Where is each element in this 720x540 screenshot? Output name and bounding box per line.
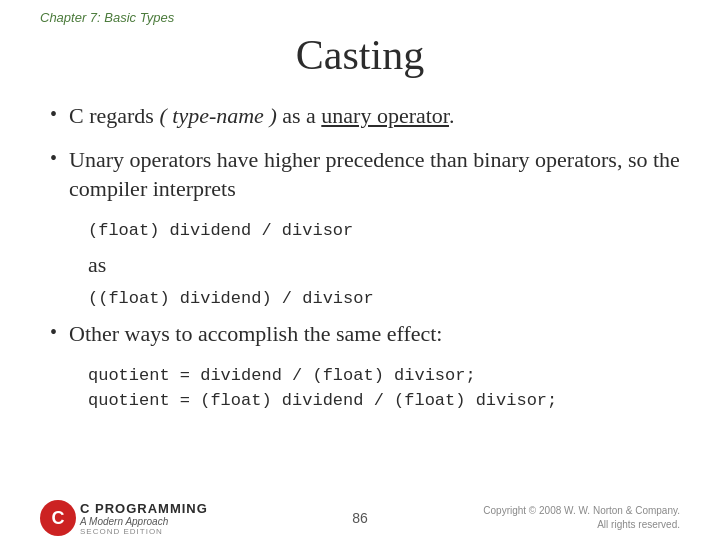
code-line-1: quotient = dividend / (float) divisor;: [88, 363, 680, 389]
slide-content: • C regards ( type-name ) as a unary ope…: [40, 101, 680, 520]
logo-c-letter: C: [52, 508, 65, 529]
bullet-marker-1: •: [50, 103, 57, 126]
slide-title: Casting: [40, 31, 680, 79]
bullet-item-3: • Other ways to accomplish the same effe…: [50, 319, 680, 349]
page-number: 86: [352, 510, 368, 526]
code-line-2: quotient = (float) dividend / (float) di…: [88, 388, 680, 414]
code-block-1: (float) dividend / divisor: [88, 218, 680, 244]
bullet-item-1: • C regards ( type-name ) as a unary ope…: [50, 101, 680, 131]
bullet-item-2: • Unary operators have higher precedence…: [50, 145, 680, 204]
bullet-marker-3: •: [50, 321, 57, 344]
bullet-text-1: C regards ( type-name ) as a unary opera…: [69, 101, 454, 131]
logo-edition-text: SECOND EDITION: [80, 527, 208, 536]
as-label: as: [88, 252, 680, 278]
logo-text-block: C PROGRAMMING A Modern Approach SECOND E…: [80, 501, 208, 536]
unary-underline: unary operator: [321, 103, 449, 128]
logo-top-text: C PROGRAMMING: [80, 501, 208, 516]
bullet-text-2: Unary operators have higher precedence t…: [69, 145, 680, 204]
footer-logo: C C PROGRAMMING A Modern Approach SECOND…: [40, 500, 208, 536]
bullet-text-3: Other ways to accomplish the same effect…: [69, 319, 442, 349]
copyright-text: Copyright © 2008 W. W. Norton & Company.…: [483, 504, 680, 532]
logo-c-circle: C: [40, 500, 76, 536]
slide-container: Chapter 7: Basic Types Casting • C regar…: [0, 0, 720, 540]
logo-bottom-text: A Modern Approach: [80, 516, 208, 527]
code-block-3: quotient = dividend / (float) divisor; q…: [88, 363, 680, 414]
type-name-code: ( type-name ): [159, 103, 276, 128]
bullet-marker-2: •: [50, 147, 57, 170]
code-block-2: ((float) dividend) / divisor: [88, 286, 680, 312]
chapter-label: Chapter 7: Basic Types: [40, 10, 680, 25]
slide-footer: C C PROGRAMMING A Modern Approach SECOND…: [40, 502, 680, 526]
